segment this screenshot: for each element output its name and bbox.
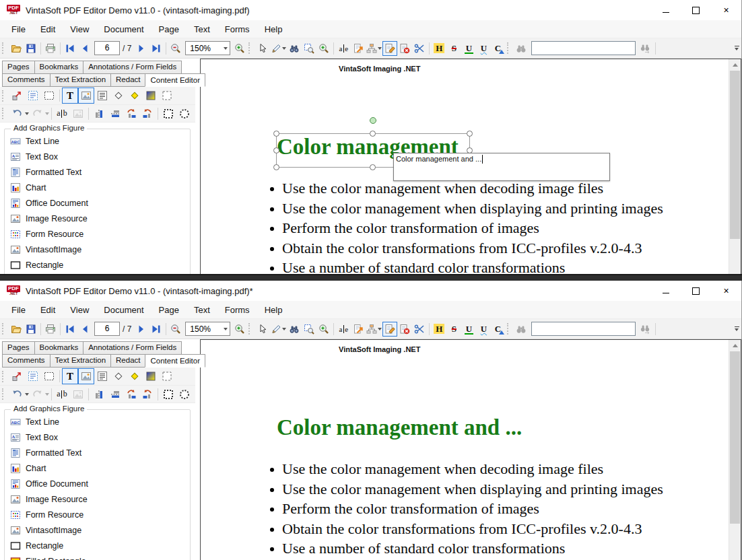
tab-text-extraction[interactable]: Text Extraction xyxy=(50,73,111,87)
tab-text-extraction[interactable]: Text Extraction xyxy=(50,354,111,368)
strikeout-text-button[interactable]: S xyxy=(446,322,461,337)
caret-annotation-button[interactable]: C xyxy=(491,41,506,56)
undo-button[interactable] xyxy=(9,106,25,122)
find-next-button[interactable] xyxy=(638,41,653,56)
add-filled-figure-button[interactable] xyxy=(127,88,143,104)
add-paragraph-button[interactable] xyxy=(94,368,110,384)
tab-bookmarks[interactable]: Bookmarks xyxy=(34,341,84,355)
menu-page[interactable]: Page xyxy=(151,22,187,37)
resize-handle-top-right[interactable] xyxy=(467,131,473,137)
marching-ants-rect-button[interactable] xyxy=(160,106,176,122)
find-text-button[interactable] xyxy=(514,41,529,56)
menu-forms[interactable]: Forms xyxy=(217,302,257,318)
tab-bookmarks[interactable]: Bookmarks xyxy=(34,61,84,74)
menu-edit[interactable]: Edit xyxy=(33,302,63,318)
flip-vertical-button[interactable] xyxy=(91,386,107,403)
print-button[interactable] xyxy=(43,41,58,56)
inline-text-edit-box[interactable]: Color management and ... xyxy=(393,153,610,181)
menu-text[interactable]: Text xyxy=(187,302,217,318)
zoom-selection-button[interactable] xyxy=(302,322,316,337)
annotation-pen-button[interactable] xyxy=(270,41,287,56)
menu-text[interactable]: Text xyxy=(187,22,217,37)
save-button[interactable] xyxy=(24,322,38,337)
export-page-button[interactable] xyxy=(351,322,366,337)
close-button[interactable]: × xyxy=(711,0,741,20)
add-paragraph-button[interactable] xyxy=(94,88,110,104)
maximize-button[interactable] xyxy=(681,0,711,20)
toolbar-grip[interactable] xyxy=(2,371,6,382)
figure-item-vintasoft-image[interactable]: VintasoftImage xyxy=(7,522,190,538)
add-selection-figure-button[interactable] xyxy=(159,368,175,384)
figure-item-form-resource[interactable]: Form Resource xyxy=(7,507,190,522)
toolbar-grip[interactable] xyxy=(2,108,6,119)
page-number-input[interactable]: 6 xyxy=(94,41,120,55)
figure-item-rectangle[interactable]: Rectangle xyxy=(7,257,190,273)
scrollbar-thumb[interactable] xyxy=(730,351,740,524)
menu-edit[interactable]: Edit xyxy=(33,22,63,37)
redo-button[interactable] xyxy=(29,386,45,403)
tab-annotations-form-fields[interactable]: Annotations / Form Fields xyxy=(83,341,182,355)
toolbar-grip[interactable] xyxy=(507,42,511,54)
figure-item-rectangle[interactable]: Rectangle xyxy=(7,538,190,553)
add-gradient-figure-button[interactable] xyxy=(143,88,159,104)
menu-help[interactable]: Help xyxy=(257,302,290,318)
menu-document[interactable]: Document xyxy=(96,302,151,318)
edit-text-button[interactable]: ab xyxy=(54,106,70,122)
figure-item-image-resource[interactable]: Image Resource xyxy=(7,491,190,507)
minimize-button[interactable] xyxy=(650,281,681,301)
figure-item-text-box[interactable]: A Text Box xyxy=(7,429,190,445)
open-button[interactable] xyxy=(9,322,24,337)
previous-page-button[interactable] xyxy=(77,41,92,56)
last-page-button[interactable] xyxy=(149,322,164,337)
zoom-in-button[interactable] xyxy=(232,322,247,337)
vertical-scrollbar[interactable] xyxy=(729,59,741,274)
menu-forms[interactable]: Forms xyxy=(217,22,257,37)
export-page-button[interactable] xyxy=(351,41,366,56)
toolbar-grip[interactable] xyxy=(2,90,6,102)
vertical-scrollbar[interactable] xyxy=(729,340,741,560)
rotate-counterclockwise-button[interactable] xyxy=(123,386,139,403)
select-region-button[interactable] xyxy=(41,368,57,384)
zoom-tool-button[interactable] xyxy=(316,322,331,337)
rotate-counterclockwise-button[interactable] xyxy=(123,106,139,122)
figure-item-image-resource[interactable]: Image Resource xyxy=(7,211,190,226)
caret-annotation-button[interactable]: C xyxy=(491,322,506,337)
zoom-out-button[interactable] xyxy=(168,322,183,337)
add-text-button[interactable]: T xyxy=(62,368,78,384)
redo-menu-chevron-icon[interactable] xyxy=(45,393,49,396)
search-input[interactable] xyxy=(531,41,636,55)
select-region-button[interactable] xyxy=(41,88,57,104)
flip-horizontal-button[interactable] xyxy=(107,386,123,403)
menu-view[interactable]: View xyxy=(63,302,96,318)
minimize-button[interactable] xyxy=(650,0,681,20)
zoom-tool-button[interactable] xyxy=(316,41,331,56)
tab-annotations-form-fields[interactable]: Annotations / Form Fields xyxy=(83,61,182,74)
scrollbar-thumb[interactable] xyxy=(730,71,740,239)
tab-redact[interactable]: Redact xyxy=(110,354,145,368)
figure-item-chart[interactable]: Chart xyxy=(7,180,190,195)
annotation-pen-button[interactable] xyxy=(270,322,287,337)
figure-item-chart[interactable]: Chart xyxy=(7,460,190,476)
toolbar-grip[interactable] xyxy=(507,323,511,335)
replace-image-button[interactable] xyxy=(70,106,86,122)
edit-content-button[interactable] xyxy=(382,41,397,56)
flip-horizontal-button[interactable] xyxy=(107,106,123,122)
marching-ants-rect-button[interactable] xyxy=(160,386,176,403)
underline-text-button[interactable]: U xyxy=(461,322,476,337)
undo-button[interactable] xyxy=(9,386,25,403)
add-filled-figure-button[interactable] xyxy=(127,368,143,384)
zoom-level-select[interactable]: 150% xyxy=(185,322,230,336)
find-button[interactable] xyxy=(287,41,302,56)
find-next-button[interactable] xyxy=(638,322,653,337)
close-button[interactable]: × xyxy=(711,281,741,301)
edit-content-button[interactable] xyxy=(382,322,397,337)
page-number-input[interactable]: 6 xyxy=(94,322,120,336)
add-text-button[interactable]: T xyxy=(62,88,78,104)
menu-file[interactable]: File xyxy=(4,22,33,37)
strikeout-text-button[interactable]: S xyxy=(446,41,461,56)
tab-comments[interactable]: Comments xyxy=(2,73,50,87)
zoom-level-select[interactable]: 150% xyxy=(185,41,230,55)
print-button[interactable] xyxy=(43,322,58,337)
pan-tool-button[interactable] xyxy=(255,41,270,56)
flip-vertical-button[interactable] xyxy=(91,106,107,122)
